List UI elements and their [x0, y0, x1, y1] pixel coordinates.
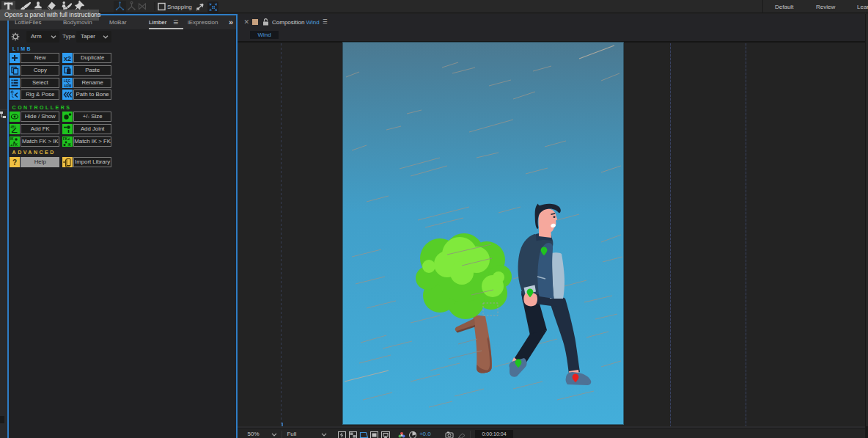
- svg-text:?: ?: [12, 158, 17, 167]
- svg-text:ARM: ARM: [64, 84, 71, 87]
- svg-text:x2: x2: [64, 55, 71, 62]
- svg-text:LEG: LEG: [64, 79, 71, 82]
- svg-text:∠FK: ∠FK: [10, 143, 18, 147]
- svg-text:IK: IK: [10, 137, 14, 141]
- svg-text:45°: 45°: [11, 125, 16, 128]
- svg-text:IK: IK: [68, 143, 72, 147]
- svg-text:FK∠: FK∠: [63, 137, 70, 141]
